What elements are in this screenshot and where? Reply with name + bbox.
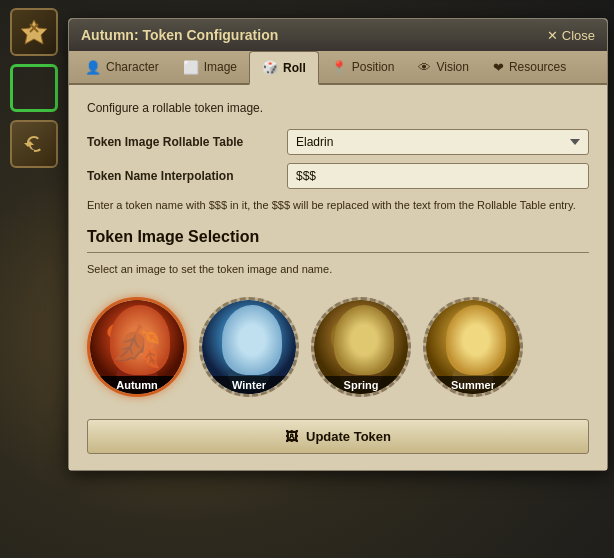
- token-portrait-spring: Spring: [314, 300, 408, 394]
- svg-point-5: [116, 313, 157, 339]
- tab-bar: 👤 Character ⬜ Image 🎲 Roll 📍 Position 👁 …: [69, 51, 607, 85]
- update-button-label: Update Token: [306, 429, 391, 444]
- token-item-summer[interactable]: Summer: [423, 297, 523, 397]
- rollable-table-control: Eladrin: [287, 129, 589, 155]
- image-icon: ⬜: [183, 60, 199, 75]
- close-button[interactable]: ✕ Close: [547, 28, 595, 43]
- svg-point-12: [233, 325, 265, 364]
- tab-vision[interactable]: 👁 Vision: [406, 51, 480, 83]
- token-selection-header: Token Image Selection: [87, 228, 589, 253]
- svg-point-18: [341, 312, 380, 338]
- svg-point-17: [345, 323, 377, 362]
- name-interpolation-control: [287, 163, 589, 189]
- vision-icon: 👁: [418, 60, 431, 75]
- svg-marker-0: [21, 20, 47, 44]
- svg-point-10: [116, 360, 157, 390]
- dialog-title-bar: Autumn: Token Configuration ✕ Close: [69, 19, 607, 51]
- character-icon: 👤: [85, 60, 101, 75]
- token-portrait-autumn: Autumn Autumn: [90, 300, 184, 394]
- token-frame-summer: Summer: [423, 297, 523, 397]
- tab-image[interactable]: ⬜ Image: [171, 51, 249, 83]
- svg-point-7: [143, 319, 169, 341]
- token-label-autumn: Autumn: [90, 376, 184, 394]
- svg-point-3: [90, 300, 184, 394]
- sidebar: [0, 0, 68, 558]
- token-label-spring: Spring: [314, 376, 408, 394]
- rollable-table-label: Token Image Rollable Table: [87, 135, 287, 149]
- svg-point-28: [464, 341, 469, 345]
- token-label-winter: Winter: [202, 376, 296, 394]
- svg-point-13: [230, 313, 268, 337]
- token-config-dialog: Autumn: Token Configuration ✕ Close 👤 Ch…: [68, 18, 608, 471]
- rollable-table-row: Token Image Rollable Table Eladrin: [87, 129, 589, 155]
- roll-icon: 🎲: [262, 60, 278, 75]
- token-frame-autumn: Autumn Autumn: [87, 297, 187, 397]
- svg-point-6: [105, 319, 131, 341]
- svg-point-27: [459, 354, 487, 373]
- content-subtitle: Configure a rollable token image.: [87, 101, 589, 115]
- content-area: Configure a rollable token image. Token …: [69, 85, 607, 470]
- tab-position[interactable]: 📍 Position: [319, 51, 407, 83]
- token-item-autumn[interactable]: Autumn Autumn: [87, 297, 187, 397]
- svg-point-9: [141, 339, 147, 343]
- token-portrait-winter: Winter: [202, 300, 296, 394]
- svg-point-19: [331, 322, 350, 352]
- token-frame-winter: Winter: [199, 297, 299, 397]
- svg-point-4: [120, 321, 154, 362]
- token-portrait-summer: Summer: [426, 300, 520, 394]
- name-interpolation-row: Token Name Interpolation: [87, 163, 589, 189]
- svg-point-20: [372, 322, 391, 352]
- token-label-summer: Summer: [426, 376, 520, 394]
- svg-point-8: [128, 339, 134, 343]
- dialog-title: Autumn: Token Configuration: [81, 27, 278, 43]
- tab-resources[interactable]: ❤ Resources: [481, 51, 578, 83]
- svg-point-25: [457, 326, 489, 364]
- svg-point-22: [365, 339, 371, 344]
- rollable-table-select[interactable]: Eladrin: [287, 129, 589, 155]
- resources-icon: ❤: [493, 60, 504, 75]
- token-selection-subtitle: Select an image to set the token image a…: [87, 263, 589, 275]
- token-frame-spring: Spring: [311, 297, 411, 397]
- update-token-button[interactable]: 🖼 Update Token: [87, 419, 589, 454]
- svg-point-26: [455, 314, 491, 338]
- svg-point-21: [352, 339, 358, 344]
- tab-character[interactable]: 👤 Character: [73, 51, 171, 83]
- sidebar-refresh-button[interactable]: [10, 120, 58, 168]
- svg-rect-14: [235, 315, 263, 328]
- hint-text: Enter a token name with $$$ in it, the $…: [87, 197, 589, 214]
- name-interpolation-input[interactable]: [287, 163, 589, 189]
- token-item-spring[interactable]: Spring: [311, 297, 411, 397]
- svg-point-29: [477, 341, 482, 345]
- name-interpolation-label: Token Name Interpolation: [87, 169, 287, 183]
- update-icon: 🖼: [285, 429, 298, 444]
- position-icon: 📍: [331, 60, 347, 75]
- tokens-grid: Autumn Autumn: [87, 289, 589, 405]
- sidebar-active-button[interactable]: [10, 64, 58, 112]
- sidebar-icon-button[interactable]: [10, 8, 58, 56]
- token-item-winter[interactable]: Winter: [199, 297, 299, 397]
- tab-roll[interactable]: 🎲 Roll: [249, 51, 319, 85]
